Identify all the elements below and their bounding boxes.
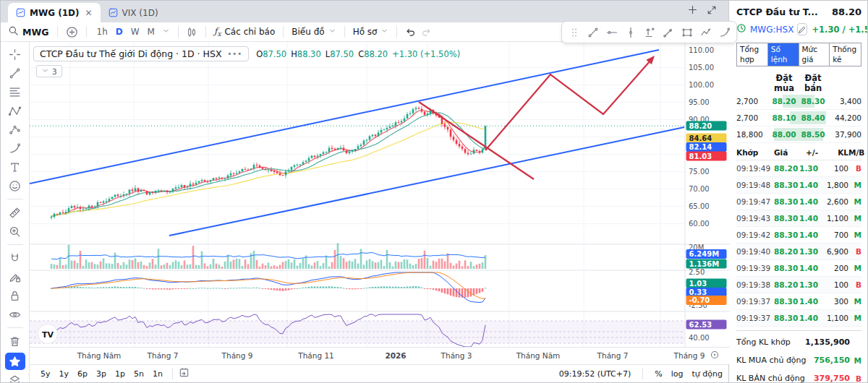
trend-line-button[interactable]: [5, 64, 25, 82]
axis-settings-icon[interactable]: [710, 350, 720, 361]
bid-price[interactable]: 88.20: [770, 93, 799, 109]
panel-company-title: CTCP Đầu tư T...: [736, 7, 818, 17]
brush-button[interactable]: [716, 24, 733, 40]
emoji-button[interactable]: [5, 177, 25, 194]
auto-scale-button[interactable]: tự động: [692, 369, 723, 379]
redo-button[interactable]: [421, 27, 432, 38]
legend-ohlc: O87.50H88.30L87.50C88.20+1.30 (+1.50%): [256, 49, 460, 59]
ask-price[interactable]: 88.30: [799, 93, 827, 109]
panel-symbol[interactable]: MWG:HSX: [750, 25, 793, 35]
rectangle-button[interactable]: [678, 24, 695, 40]
bid-price[interactable]: 88.10: [770, 110, 799, 126]
range-6p-button[interactable]: 6p: [74, 369, 91, 379]
profile-menu-button[interactable]: Hồ sơ: [353, 27, 389, 37]
fib-retracement-button[interactable]: [5, 83, 25, 100]
order-book-row: 2,70088.1088.4044,200: [736, 110, 861, 126]
new-tab-button[interactable]: [687, 4, 698, 18]
arrow-marker-button[interactable]: [641, 24, 658, 40]
ask-price[interactable]: 88.50: [799, 126, 827, 142]
range-3p-button[interactable]: 3p: [93, 369, 110, 379]
chart-tab-2[interactable]: VIX (1D): [101, 3, 166, 22]
chart-legend: CTCP Đầu tư Thế giới Di động · 1D · HSX …: [33, 46, 460, 61]
interval-W-button[interactable]: W: [129, 27, 142, 37]
clock-time[interactable]: 09:19:52 (UTC+7): [559, 369, 631, 379]
vertical-line-button[interactable]: [622, 24, 639, 40]
floating-drawing-toolbar[interactable]: [561, 21, 737, 43]
trade-side: M: [848, 297, 861, 306]
trade-side: B: [848, 247, 861, 256]
trend-line-button[interactable]: [584, 24, 601, 40]
interval-chevron-icon[interactable]: [162, 27, 170, 37]
trade-price: 88.30: [774, 297, 798, 306]
indicators-button[interactable]: ƒx Các chỉ báo: [214, 26, 275, 38]
ask-price[interactable]: 88.40: [799, 110, 827, 126]
expand-button[interactable]: [707, 4, 717, 18]
drag-handle-button[interactable]: [566, 24, 582, 40]
divider: [396, 26, 397, 38]
arrow-button[interactable]: [660, 24, 676, 40]
polyline-arrow-button[interactable]: [697, 24, 714, 40]
indicators-collapse-button[interactable]: 3: [36, 65, 62, 77]
divider: [7, 199, 23, 199]
text-tool-icon: [9, 161, 21, 173]
fx-icon: ƒx: [214, 26, 221, 38]
legend-title-box[interactable]: CTCP Đầu tư Thế giới Di động · 1D · HSX …: [33, 46, 249, 61]
close-tab-icon[interactable]: ✕: [85, 8, 92, 18]
remove-drawings-button[interactable]: [5, 332, 25, 350]
divider: [7, 327, 23, 328]
hide-drawings-button[interactable]: [5, 306, 25, 323]
ruler-button[interactable]: [5, 204, 25, 221]
goto-date-button[interactable]: [179, 367, 190, 380]
favorites-star-button[interactable]: [5, 353, 25, 370]
xabcd-pattern-button[interactable]: [5, 102, 25, 119]
legend-more-button[interactable]: •••: [227, 50, 242, 58]
price-chart[interactable]: 110.00105.00100.0095.0090.0075.0070.0065…: [30, 42, 730, 347]
trade-change: 1.30: [798, 280, 818, 289]
range-5y-button[interactable]: 5y: [37, 369, 54, 379]
arrow-icon: [663, 27, 674, 38]
lock-button[interactable]: [5, 287, 25, 304]
crosshair-button[interactable]: [5, 46, 25, 63]
chart-section: MWG (1D)✕VIX (1D) MWG 1hDWM ƒx Các chỉ b…: [1, 1, 728, 382]
trade-change: 1.40: [798, 264, 818, 272]
log-scale-button[interactable]: log: [671, 369, 684, 379]
polyline-arrow-icon: [700, 27, 712, 38]
compare-button[interactable]: [66, 26, 78, 38]
chart-canvas-area[interactable]: 110.00105.00100.0095.0090.0075.0070.0065…: [30, 42, 730, 347]
panel-tab-mức-giá[interactable]: Mứcgiá: [799, 43, 830, 66]
panel-tab-số-lệnh[interactable]: Sốlệnh: [768, 43, 799, 66]
object-tree-button[interactable]: [5, 371, 25, 382]
interval-M-button[interactable]: M: [145, 27, 157, 37]
forecast-button[interactable]: [5, 121, 25, 138]
plus-icon: [687, 4, 698, 15]
interval-D-button[interactable]: D: [114, 27, 125, 37]
chart-style-button[interactable]: [187, 27, 197, 38]
svg-text:1.136M: 1.136M: [689, 260, 720, 268]
range-5n-button[interactable]: 5n: [130, 369, 148, 379]
time-axis[interactable]: Tháng NămTháng 7Tháng 9Tháng 112026Tháng…: [30, 347, 730, 364]
magnet-button[interactable]: [5, 249, 25, 267]
percent-scale-button[interactable]: %: [655, 369, 662, 379]
bid-price[interactable]: 88.00: [770, 126, 799, 142]
range-1p-button[interactable]: 1p: [111, 369, 129, 379]
chart-tab-1[interactable]: MWG (1D)✕: [8, 3, 101, 22]
tradingview-logo[interactable]: TV: [38, 324, 58, 344]
undo-button[interactable]: [405, 27, 416, 38]
edit-symbol-button[interactable]: [797, 23, 807, 35]
trade-time: 09:19:37: [736, 314, 774, 322]
time-axis-label: Tháng 7: [597, 351, 629, 360]
panel-tab-tổng-hợp[interactable]: Tổnghợp: [737, 43, 768, 66]
panel-tab-thống-kê[interactable]: Thốngkê: [830, 43, 861, 66]
brush-button[interactable]: [5, 139, 25, 157]
text-tool-button[interactable]: [5, 158, 25, 176]
zoom-in-button[interactable]: [5, 223, 25, 240]
chart-menu-button[interactable]: Biểu đồ: [292, 27, 336, 37]
ohlc-value: C88.20: [358, 49, 388, 59]
range-1y-button[interactable]: 1y: [56, 369, 73, 379]
horizontal-line-button[interactable]: [603, 24, 620, 40]
trade-volume: 6,900: [818, 247, 848, 256]
drawing-lock-button[interactable]: [5, 268, 25, 285]
symbol-search[interactable]: MWG: [8, 25, 49, 38]
interval-1h-button[interactable]: 1h: [95, 27, 110, 37]
range-1n-button[interactable]: 1n: [149, 369, 166, 379]
